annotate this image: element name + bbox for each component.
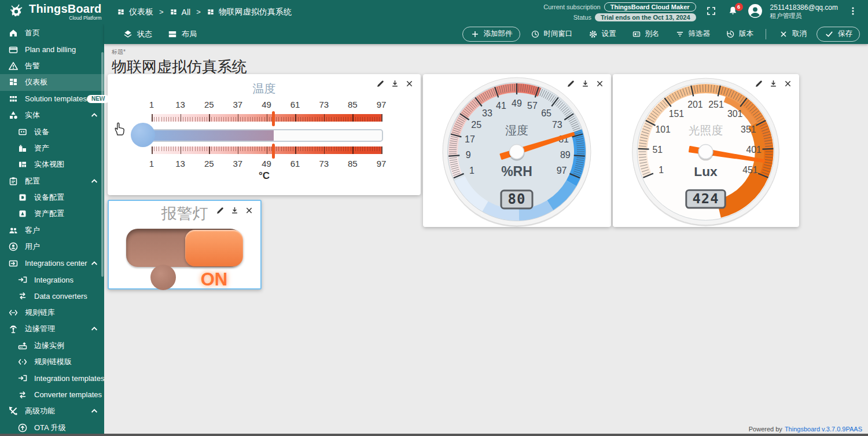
sidebar-item-device-profiles[interactable]: 设备配置 [0,189,104,206]
aliases-button[interactable]: 别名 [626,27,665,42]
sidebar-item-dashboards[interactable]: 仪表板 [0,74,104,90]
sidebar-item-label: 配置 [25,176,40,186]
sidebar-item-alarms[interactable]: 告警 [0,58,104,74]
edit-icon[interactable] [567,79,575,88]
thingsboard-logo[interactable]: ThingsBoard Cloud Platform [0,2,104,22]
user-role: 租户管理员 [770,12,838,20]
switch-knob[interactable] [185,230,243,266]
versions-button[interactable]: 版本 [720,27,759,42]
sidebar-item-asset-profiles[interactable]: 资产配置 [0,206,104,222]
dashboard-grid-icon [207,8,215,16]
sidebar-item-assets[interactable]: 资产 [0,140,104,156]
footer: Powered by Thingsboard v.3.7.0.9PAAS [104,424,868,434]
widget-alarm-light[interactable]: 报警灯 ON [108,200,262,290]
sidebar-item-solution-templates[interactable]: Solution templatesNEW [0,91,104,107]
sidebar-item-users[interactable]: 用户 [0,239,104,255]
scale-tick-label: 49 [262,159,271,168]
sidebar-item-edge-instances[interactable]: 边缘实例 [0,337,104,353]
switch-state-text: ON [185,269,243,290]
tab-label: 状态 [137,29,152,39]
thingsboard-app: ThingsBoard Cloud Platform 仪表板>All>物联网虚拟… [0,0,868,436]
notifications-button[interactable]: 6 [726,5,740,19]
download-icon[interactable] [230,206,239,215]
cancel-button[interactable]: 取消 [773,27,812,42]
value-marker[interactable] [272,111,275,126]
layouts-icon [167,29,178,39]
dashboards-icon [8,77,19,87]
new-badge: NEW [87,95,109,103]
bottom-edge-strip [0,434,868,436]
close-icon[interactable] [245,206,253,215]
edit-icon[interactable] [755,79,763,88]
settings-button[interactable]: 设置 [583,27,621,42]
subscription-pill[interactable]: ThingsBoard Cloud Maker [604,2,696,12]
sidebar-item-integrations-center[interactable]: Integrations center [0,255,104,271]
rule-chain-templates-icon [17,357,28,367]
account-button[interactable] [748,5,762,19]
download-icon[interactable] [391,79,399,88]
breadcrumb-label: 物联网虚拟仿真系统 [219,7,292,17]
sidebar-item-entities[interactable]: 实体 [0,107,104,123]
timewindow-button[interactable]: 时间窗口 [525,27,578,42]
widget-humidity[interactable]: 191725334149576573818997湿度%RH80 [423,74,611,227]
scale-tick-label: 37 [233,159,243,168]
sidebar-item-home[interactable]: 首页 [0,25,104,41]
widget-temperature[interactable]: 温度1113132525373749496161737385859797°C [108,74,421,195]
svg-text:251: 251 [708,100,724,109]
logo-title: ThingsBoard [29,3,102,14]
toolbar-tabs: 状态布局 [104,29,197,39]
scale-band-bottom [152,146,381,154]
integration-templates-icon [17,373,28,383]
widget-illuminance[interactable]: 151101151201251301351401451光照度Lux424 [613,74,799,227]
sidebar-item-plan-and-billing[interactable]: Plan and billing [0,41,104,57]
sidebar-item-customers[interactable]: 客户 [0,222,104,239]
profiles-icon [8,176,19,186]
breadcrumb-current-dashboard[interactable]: 物联网虚拟仿真系统 [207,7,292,17]
version-link[interactable]: Thingsboard v.3.7.0.9PAAS [785,426,862,433]
sidebar-item-entity-views[interactable]: 实体视图 [0,156,104,173]
edit-icon[interactable] [216,206,225,215]
svg-text:101: 101 [655,124,671,134]
widget-actions [376,79,414,88]
sidebar-item-label: 实体视图 [34,159,64,170]
sidebar-item-rule-chains[interactable]: 规则链库 [0,305,104,321]
sidebar-item-data-converters[interactable]: Data converters [0,288,104,304]
value-marker[interactable] [272,144,275,159]
sidebar-item-devices[interactable]: 设备 [0,123,104,140]
breadcrumb-dashboards[interactable]: 仪表板 [117,7,153,17]
filters-button[interactable]: 筛选器 [670,27,716,42]
breadcrumb-separator: > [159,8,164,16]
close-icon[interactable] [405,79,414,88]
sidebar-item-integrations[interactable]: Integrations [0,272,104,288]
device-profiles-icon [17,192,28,203]
check-icon [825,30,833,38]
sidebar-item-advanced-features[interactable]: 高级功能 [0,403,104,419]
sidebar-nav: 首页Plan and billing告警仪表板Solution template… [0,24,104,436]
fullscreen-button[interactable] [704,5,718,19]
scale-tick-label: 85 [348,159,358,168]
user-block: 2511418386@qq.com 租户管理员 [770,3,838,20]
sidebar-item-integration-templates[interactable]: Integration templates [0,370,104,386]
sidebar-item-converter-templates[interactable]: Converter templates [0,387,104,403]
tab-states[interactable]: 状态 [123,29,152,39]
breadcrumb-label: All [182,8,191,17]
tab-layouts[interactable]: 布局 [167,29,197,39]
svg-text:201: 201 [687,100,703,109]
more-menu-button[interactable] [846,5,860,19]
sidebar-item-profiles[interactable]: 配置 [0,173,104,189]
save-button[interactable]: 保存 [816,27,860,42]
close-icon[interactable] [595,79,604,88]
states-icon [123,29,133,39]
sidebar-scrollbar[interactable] [101,52,104,277]
edit-icon[interactable] [376,79,385,88]
close-icon[interactable] [784,79,792,88]
add-widget-button[interactable]: 添加部件 [462,27,520,42]
download-icon[interactable] [581,79,590,88]
sidebar-item-rule-chain-templates[interactable]: 规则链模版 [0,354,104,370]
svg-text:424: 424 [693,190,719,207]
scale-tick-label: 61 [290,159,300,168]
widget-actions [755,79,792,88]
sidebar-item-edge-management[interactable]: 边缘管理 [0,321,104,337]
download-icon[interactable] [769,79,778,88]
breadcrumb-all[interactable]: All [170,8,191,17]
